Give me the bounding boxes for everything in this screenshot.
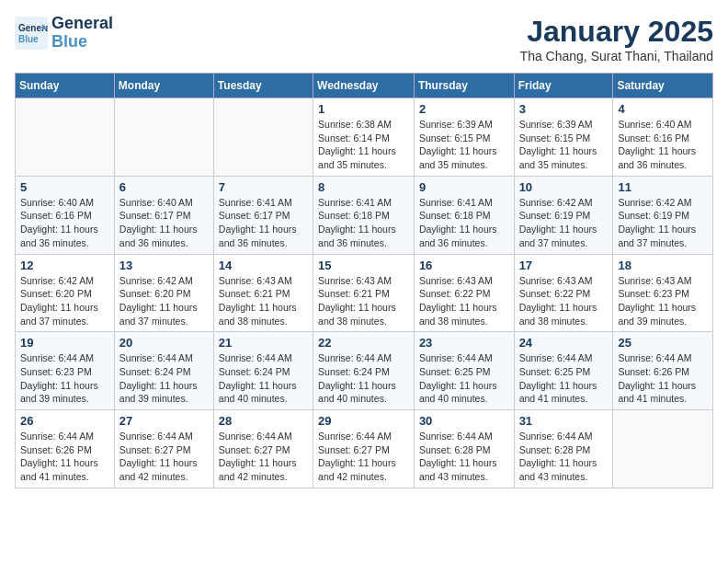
day-number: 17 [519, 259, 609, 272]
weekday-header-wednesday: Wednesday [313, 74, 415, 98]
day-number: 30 [419, 414, 509, 428]
calendar-cell: 26Sunrise: 6:44 AM Sunset: 6:26 PM Dayli… [16, 410, 115, 488]
day-info: Sunrise: 6:42 AM Sunset: 6:19 PM Dayligh… [618, 196, 708, 250]
day-number: 10 [519, 180, 609, 194]
day-number: 28 [219, 414, 308, 428]
day-info: Sunrise: 6:44 AM Sunset: 6:24 PM Dayligh… [219, 351, 308, 406]
day-info: Sunrise: 6:44 AM Sunset: 6:24 PM Dayligh… [119, 351, 209, 406]
calendar-week-5: 26Sunrise: 6:44 AM Sunset: 6:26 PM Dayli… [16, 410, 713, 488]
calendar-cell: 28Sunrise: 6:44 AM Sunset: 6:27 PM Dayli… [213, 410, 313, 488]
calendar-week-2: 5Sunrise: 6:40 AM Sunset: 6:16 PM Daylig… [16, 176, 713, 254]
weekday-header-sunday: Sunday [16, 74, 115, 98]
day-number: 24 [519, 336, 609, 350]
calendar-cell: 8Sunrise: 6:41 AM Sunset: 6:18 PM Daylig… [313, 176, 415, 254]
calendar-cell: 21Sunrise: 6:44 AM Sunset: 6:24 PM Dayli… [213, 332, 313, 410]
svg-rect-0 [15, 17, 48, 50]
calendar-cell: 3Sunrise: 6:39 AM Sunset: 6:15 PM Daylig… [514, 98, 613, 177]
day-info: Sunrise: 6:44 AM Sunset: 6:24 PM Dayligh… [318, 351, 409, 406]
day-info: Sunrise: 6:39 AM Sunset: 6:15 PM Dayligh… [519, 118, 609, 172]
weekday-header-monday: Monday [114, 74, 213, 98]
day-info: Sunrise: 6:44 AM Sunset: 6:28 PM Dayligh… [419, 430, 509, 484]
calendar-cell [213, 98, 313, 177]
calendar-cell: 25Sunrise: 6:44 AM Sunset: 6:26 PM Dayli… [613, 332, 713, 410]
calendar-header: SundayMondayTuesdayWednesdayThursdayFrid… [16, 74, 713, 98]
day-info: Sunrise: 6:44 AM Sunset: 6:27 PM Dayligh… [318, 430, 409, 484]
day-number: 7 [219, 180, 308, 194]
logo: General Blue General Blue [15, 15, 113, 52]
calendar-cell: 20Sunrise: 6:44 AM Sunset: 6:24 PM Dayli… [114, 332, 213, 410]
day-number: 26 [20, 414, 109, 428]
calendar-cell: 9Sunrise: 6:41 AM Sunset: 6:18 PM Daylig… [414, 176, 514, 254]
day-number: 5 [20, 180, 109, 194]
calendar-cell: 29Sunrise: 6:44 AM Sunset: 6:27 PM Dayli… [313, 410, 415, 488]
day-info: Sunrise: 6:40 AM Sunset: 6:16 PM Dayligh… [20, 196, 109, 250]
day-info: Sunrise: 6:40 AM Sunset: 6:16 PM Dayligh… [618, 118, 708, 172]
day-number: 31 [519, 414, 609, 428]
calendar-cell: 24Sunrise: 6:44 AM Sunset: 6:25 PM Dayli… [514, 332, 613, 410]
month-title: January 2025 [520, 15, 713, 49]
day-info: Sunrise: 6:43 AM Sunset: 6:23 PM Dayligh… [618, 274, 708, 328]
day-number: 12 [20, 259, 109, 272]
day-info: Sunrise: 6:40 AM Sunset: 6:17 PM Dayligh… [119, 196, 209, 250]
calendar-cell: 6Sunrise: 6:40 AM Sunset: 6:17 PM Daylig… [114, 176, 213, 254]
calendar-cell: 5Sunrise: 6:40 AM Sunset: 6:16 PM Daylig… [16, 176, 115, 254]
page-header: General Blue General Blue January 2025 T… [15, 15, 713, 63]
title-block: January 2025 Tha Chang, Surat Thani, Tha… [520, 15, 713, 63]
day-number: 15 [318, 259, 409, 272]
day-number: 3 [519, 102, 609, 116]
weekday-header-tuesday: Tuesday [213, 74, 313, 98]
calendar-cell: 2Sunrise: 6:39 AM Sunset: 6:15 PM Daylig… [414, 98, 514, 177]
weekday-header-saturday: Saturday [613, 74, 713, 98]
day-info: Sunrise: 6:38 AM Sunset: 6:14 PM Dayligh… [318, 118, 409, 172]
day-number: 25 [618, 336, 708, 350]
calendar-cell: 31Sunrise: 6:44 AM Sunset: 6:28 PM Dayli… [514, 410, 613, 488]
day-number: 18 [618, 259, 708, 272]
calendar-cell: 13Sunrise: 6:42 AM Sunset: 6:20 PM Dayli… [114, 254, 213, 332]
calendar-cell: 1Sunrise: 6:38 AM Sunset: 6:14 PM Daylig… [313, 98, 415, 177]
day-number: 16 [419, 259, 509, 272]
calendar-cell: 30Sunrise: 6:44 AM Sunset: 6:28 PM Dayli… [414, 410, 514, 488]
day-number: 8 [318, 180, 409, 194]
day-number: 22 [318, 336, 409, 350]
day-info: Sunrise: 6:44 AM Sunset: 6:27 PM Dayligh… [219, 430, 308, 484]
calendar-cell: 18Sunrise: 6:43 AM Sunset: 6:23 PM Dayli… [613, 254, 713, 332]
weekday-header-friday: Friday [514, 74, 613, 98]
weekday-header-row: SundayMondayTuesdayWednesdayThursdayFrid… [16, 74, 713, 98]
day-number: 20 [119, 336, 209, 350]
calendar-week-4: 19Sunrise: 6:44 AM Sunset: 6:23 PM Dayli… [16, 332, 713, 410]
day-info: Sunrise: 6:42 AM Sunset: 6:19 PM Dayligh… [519, 196, 609, 250]
day-number: 4 [618, 102, 708, 116]
day-info: Sunrise: 6:41 AM Sunset: 6:18 PM Dayligh… [419, 196, 509, 250]
calendar-cell [114, 98, 213, 177]
day-info: Sunrise: 6:44 AM Sunset: 6:23 PM Dayligh… [20, 351, 109, 406]
day-info: Sunrise: 6:43 AM Sunset: 6:21 PM Dayligh… [219, 274, 308, 328]
day-info: Sunrise: 6:43 AM Sunset: 6:21 PM Dayligh… [318, 274, 409, 328]
day-info: Sunrise: 6:42 AM Sunset: 6:20 PM Dayligh… [20, 274, 109, 328]
day-info: Sunrise: 6:44 AM Sunset: 6:26 PM Dayligh… [618, 351, 708, 406]
day-info: Sunrise: 6:41 AM Sunset: 6:17 PM Dayligh… [219, 196, 308, 250]
day-info: Sunrise: 6:44 AM Sunset: 6:27 PM Dayligh… [119, 430, 209, 484]
calendar-cell [16, 98, 115, 177]
day-info: Sunrise: 6:44 AM Sunset: 6:26 PM Dayligh… [20, 430, 109, 484]
calendar-week-1: 1Sunrise: 6:38 AM Sunset: 6:14 PM Daylig… [16, 98, 713, 177]
calendar-cell: 10Sunrise: 6:42 AM Sunset: 6:19 PM Dayli… [514, 176, 613, 254]
calendar-week-3: 12Sunrise: 6:42 AM Sunset: 6:20 PM Dayli… [16, 254, 713, 332]
logo-text: General Blue [51, 15, 113, 52]
day-info: Sunrise: 6:44 AM Sunset: 6:28 PM Dayligh… [519, 430, 609, 484]
day-number: 13 [119, 259, 209, 272]
day-number: 23 [419, 336, 509, 350]
day-info: Sunrise: 6:43 AM Sunset: 6:22 PM Dayligh… [519, 274, 609, 328]
calendar-cell: 14Sunrise: 6:43 AM Sunset: 6:21 PM Dayli… [213, 254, 313, 332]
calendar-cell: 7Sunrise: 6:41 AM Sunset: 6:17 PM Daylig… [213, 176, 313, 254]
location-subtitle: Tha Chang, Surat Thani, Thailand [520, 49, 713, 63]
calendar-cell [613, 410, 713, 488]
calendar-cell: 4Sunrise: 6:40 AM Sunset: 6:16 PM Daylig… [613, 98, 713, 177]
day-info: Sunrise: 6:41 AM Sunset: 6:18 PM Dayligh… [318, 196, 409, 250]
calendar-cell: 12Sunrise: 6:42 AM Sunset: 6:20 PM Dayli… [16, 254, 115, 332]
calendar-cell: 27Sunrise: 6:44 AM Sunset: 6:27 PM Dayli… [114, 410, 213, 488]
day-number: 21 [219, 336, 308, 350]
svg-text:Blue: Blue [18, 34, 39, 44]
day-number: 11 [618, 180, 708, 194]
day-number: 27 [119, 414, 209, 428]
calendar-cell: 23Sunrise: 6:44 AM Sunset: 6:25 PM Dayli… [414, 332, 514, 410]
